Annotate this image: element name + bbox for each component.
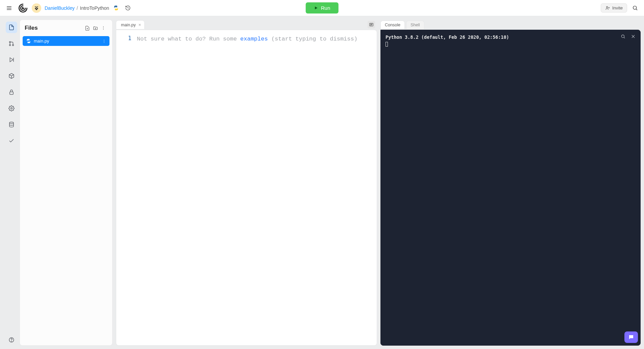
files-more-icon[interactable] xyxy=(99,24,107,32)
shell-tab-label: Shell xyxy=(411,23,420,27)
code-area[interactable]: Not sure what to do? Run some examples (… xyxy=(135,30,377,345)
svg-point-29 xyxy=(103,26,104,27)
file-item-more-icon[interactable] xyxy=(102,39,106,43)
rail-secrets-icon[interactable] xyxy=(6,86,17,98)
svg-point-22 xyxy=(9,122,14,124)
svg-point-5 xyxy=(36,6,37,7)
svg-point-24 xyxy=(11,341,11,341)
console-clear-icon[interactable] xyxy=(629,33,637,40)
svg-point-34 xyxy=(104,42,104,43)
console-search-icon[interactable] xyxy=(619,33,627,40)
svg-point-32 xyxy=(104,39,104,40)
svg-point-30 xyxy=(103,28,104,28)
file-item-main-py[interactable]: main.py xyxy=(23,36,109,46)
placeholder-post: (start typing to dismiss) xyxy=(268,36,357,42)
svg-point-39 xyxy=(621,35,624,37)
markdown-toggle-icon[interactable] xyxy=(368,21,375,28)
file-item-label: main.py xyxy=(34,38,49,44)
editor-tabs: main.py × xyxy=(116,20,377,30)
console-tab[interactable]: Console xyxy=(380,21,405,29)
main-area: Files main.py main.py × xyxy=(0,16,644,349)
breadcrumb: DanielBuckley / IntroToPython xyxy=(45,5,109,11)
breadcrumb-separator: / xyxy=(77,5,78,11)
hamburger-menu-icon[interactable] xyxy=(4,3,14,13)
search-icon[interactable] xyxy=(630,3,640,13)
python-icon xyxy=(113,5,119,11)
editor-body[interactable]: 1 Not sure what to do? Run some examples… xyxy=(116,30,377,346)
rail-settings-icon[interactable] xyxy=(6,103,17,114)
svg-marker-9 xyxy=(315,6,318,9)
editor-tab-label: main.py xyxy=(121,23,136,27)
editor-tab-main-py[interactable]: main.py × xyxy=(116,20,145,29)
rail-files-icon[interactable] xyxy=(6,22,17,33)
svg-point-31 xyxy=(103,29,104,30)
placeholder-pre: Not sure what to do? Run some xyxy=(137,36,240,42)
rail-database-icon[interactable] xyxy=(6,119,17,130)
svg-point-13 xyxy=(633,6,636,9)
invite-button[interactable]: Invite xyxy=(601,3,627,12)
replit-logo-icon[interactable] xyxy=(18,3,28,14)
console-prompt xyxy=(386,41,636,48)
breadcrumb-user-link[interactable]: DanielBuckley xyxy=(45,5,75,11)
svg-rect-20 xyxy=(10,92,14,95)
svg-point-33 xyxy=(104,41,104,42)
console-body[interactable]: Python 3.8.2 (default, Feb 26 2020, 02:5… xyxy=(380,30,641,346)
files-header: Files xyxy=(20,20,112,36)
chat-fab-icon[interactable] xyxy=(624,331,638,343)
rail-version-control-icon[interactable] xyxy=(6,38,17,49)
history-icon[interactable] xyxy=(123,3,133,13)
editor-panel: main.py × 1 Not sure what to do? Run som… xyxy=(116,20,377,346)
svg-point-15 xyxy=(9,42,11,43)
console-actions xyxy=(619,33,637,40)
console-tabs: Console Shell xyxy=(380,20,641,30)
user-avatar[interactable] xyxy=(32,3,41,13)
breadcrumb-repl-name[interactable]: IntroToPython xyxy=(80,5,109,11)
invite-button-label: Invite xyxy=(612,5,623,10)
shell-tab[interactable]: Shell xyxy=(406,21,424,29)
svg-point-4 xyxy=(37,6,38,7)
rail-packages-icon[interactable] xyxy=(6,70,17,82)
svg-marker-18 xyxy=(10,58,13,62)
svg-point-16 xyxy=(13,45,14,46)
rail-help-icon[interactable] xyxy=(6,334,17,346)
header-left: DanielBuckley / IntroToPython xyxy=(4,3,133,14)
run-button[interactable]: Run xyxy=(306,2,339,14)
console-tab-label: Console xyxy=(385,23,400,27)
new-file-icon[interactable] xyxy=(83,24,91,32)
line-number: 1 xyxy=(116,35,131,42)
svg-line-40 xyxy=(624,37,625,38)
header-right: Invite xyxy=(601,3,640,13)
editor-gutter: 1 xyxy=(116,30,135,345)
svg-point-8 xyxy=(36,9,37,10)
svg-point-21 xyxy=(11,108,13,109)
rail-debugger-icon[interactable] xyxy=(6,54,17,65)
run-button-label: Run xyxy=(321,5,330,11)
svg-point-3 xyxy=(35,6,36,7)
svg-point-17 xyxy=(9,45,11,46)
console-panel: Console Shell Python 3.8.2 (default, Feb… xyxy=(380,20,641,346)
new-folder-icon[interactable] xyxy=(91,24,99,32)
files-title: Files xyxy=(25,25,83,31)
python-file-icon xyxy=(26,38,31,44)
app-header: DanielBuckley / IntroToPython Run Invite xyxy=(0,0,644,16)
rail-tests-icon[interactable] xyxy=(6,135,17,146)
left-rail xyxy=(3,20,20,346)
svg-point-10 xyxy=(606,6,608,8)
console-output-line: Python 3.8.2 (default, Feb 26 2020, 02:5… xyxy=(386,34,636,41)
examples-link[interactable]: examples xyxy=(240,36,268,42)
files-panel: Files main.py xyxy=(20,20,113,346)
close-tab-icon[interactable]: × xyxy=(139,22,141,27)
svg-line-14 xyxy=(636,9,637,10)
